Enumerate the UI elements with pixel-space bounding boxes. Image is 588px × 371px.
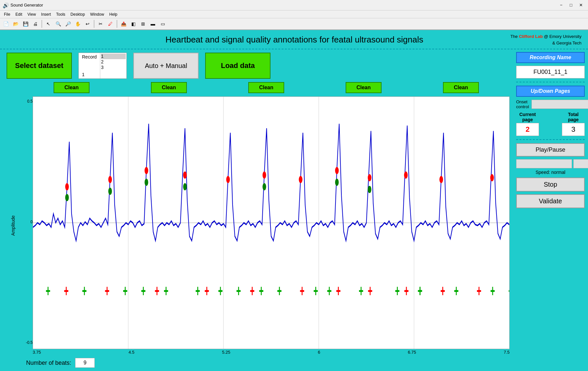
up-down-pages-label: Up/Down Pages [516, 86, 585, 97]
record-selector: Record 1 1 2 3 [78, 53, 127, 79]
x-label-4: 6 [318, 350, 320, 355]
svg-point-13 [368, 174, 371, 181]
record-list[interactable]: 1 2 3 [100, 53, 126, 78]
beats-input[interactable] [75, 358, 95, 368]
current-page-col: Currentpage 2 [516, 112, 539, 136]
title-bar: 🔊 Sound Generator − □ ✕ [0, 0, 588, 10]
svg-text:+: + [218, 282, 223, 300]
svg-text:+: + [418, 282, 423, 300]
svg-text:+: + [123, 282, 128, 300]
svg-text:+: + [64, 282, 69, 300]
svg-point-6 [108, 176, 112, 183]
toolbar: 📄 📂 💾 🖨 ↖ 🔍 🔎 ✋ ↩ ✂ 🖊 📤 ◧ ⊞ ▬ ▭ [0, 18, 588, 30]
load-data-button[interactable]: Load data [205, 53, 270, 79]
svg-point-16 [490, 174, 494, 181]
play-pause-button[interactable]: Play/Pause [516, 143, 585, 157]
toolbar-brush[interactable]: 🖊 [106, 19, 115, 28]
toolbar-cursor[interactable]: ↖ [44, 19, 53, 28]
toolbar-zoom-out[interactable]: 🔎 [63, 19, 73, 28]
menu-help[interactable]: Help [107, 11, 120, 17]
svg-point-11 [299, 176, 302, 183]
svg-point-17 [65, 194, 69, 201]
total-page-label: Totalpage [568, 112, 579, 122]
menu-tools[interactable]: Tools [54, 11, 68, 17]
chart-svg: + + + + + + + + + + + + + [33, 97, 509, 349]
title-bar-controls: − □ ✕ [557, 2, 585, 9]
svg-point-8 [183, 172, 187, 179]
toolbar-pan[interactable]: ✋ [73, 19, 82, 28]
clean-button-3[interactable]: Clean [248, 82, 284, 93]
speed-inputs [516, 159, 585, 168]
menu-file[interactable]: File [1, 11, 13, 17]
auto-manual-button[interactable]: Auto + Manual [133, 53, 199, 79]
x-label-3: 5.25 [222, 350, 230, 355]
toolbar-cut[interactable]: ✂ [96, 19, 105, 28]
close-button[interactable]: ✕ [576, 2, 585, 9]
x-label-2: 4.5 [128, 350, 134, 355]
svg-point-14 [404, 172, 408, 179]
svg-text:+: + [164, 282, 169, 300]
clean-button-4[interactable]: Clean [346, 82, 382, 93]
maximize-button[interactable]: □ [566, 2, 576, 9]
svg-point-7 [145, 167, 148, 174]
validate-button[interactable]: Validate [516, 194, 585, 208]
menu-view[interactable]: View [25, 11, 39, 17]
svg-point-10 [263, 172, 266, 179]
svg-text:+: + [368, 282, 373, 300]
y-max: 0.5 [20, 99, 33, 104]
svg-point-23 [368, 186, 371, 193]
separator-1 [516, 82, 585, 82]
beats-label: Number of beats: [26, 360, 71, 366]
toolbar-sep1 [41, 20, 42, 28]
clean-button-1[interactable]: Clean [54, 82, 90, 93]
menu-insert[interactable]: Insert [39, 11, 54, 17]
toolbar-layout4[interactable]: ▭ [158, 19, 167, 28]
recording-name-value: FU001_11_1 [516, 66, 585, 78]
select-dataset-button[interactable]: Select dataset [7, 53, 72, 79]
speed-input-1[interactable] [516, 159, 572, 168]
stop-button[interactable]: Stop [516, 177, 585, 192]
svg-point-21 [263, 183, 266, 190]
record-label: Record 1 [79, 53, 100, 78]
total-page-value: 3 [562, 123, 585, 136]
menu-window[interactable]: Window [88, 11, 107, 17]
clean-button-2[interactable]: Clean [151, 82, 187, 93]
toolbar-print[interactable]: 🖨 [31, 19, 40, 28]
minimize-button[interactable]: − [557, 2, 566, 9]
separator-2 [516, 139, 585, 140]
menu-desktop[interactable]: Desktop [68, 11, 88, 17]
speed-label: Speed: normal [535, 170, 565, 175]
total-page-col: Totalpage 3 [562, 112, 585, 136]
svg-point-20 [183, 183, 187, 190]
current-page-value: 2 [516, 123, 539, 136]
lab-prefix: The [510, 34, 519, 39]
speed-input-2[interactable] [573, 159, 588, 168]
toolbar-undo[interactable]: ↩ [83, 19, 92, 28]
menu-edit[interactable]: Edit [13, 11, 25, 17]
svg-text:+: + [313, 282, 318, 300]
main-content: Heartbeat and signal quality annotations… [0, 30, 588, 371]
toolbar-layout1[interactable]: ◧ [129, 19, 138, 28]
toolbar-open[interactable]: 📂 [11, 19, 20, 28]
svg-point-15 [439, 176, 443, 183]
svg-text:+: + [195, 282, 200, 300]
svg-point-12 [335, 167, 339, 174]
svg-point-19 [145, 179, 148, 186]
svg-text:+: + [259, 282, 264, 300]
chart-container: + + + + + + + + + + + + + [33, 96, 510, 349]
toolbar-sep2 [94, 20, 94, 28]
toolbar-new[interactable]: 📄 [1, 19, 10, 28]
svg-point-5 [65, 183, 69, 190]
onset-input-1[interactable] [531, 100, 588, 109]
toolbar-zoom-in[interactable]: 🔍 [54, 19, 63, 28]
svg-text:+: + [155, 282, 159, 300]
toolbar-save[interactable]: 💾 [21, 19, 30, 28]
svg-text:+: + [236, 282, 241, 300]
toolbar-export[interactable]: 📤 [119, 19, 128, 28]
toolbar-layout3[interactable]: ▬ [148, 19, 157, 28]
title-bar-text: Sound Generator [10, 3, 557, 8]
svg-text:+: + [204, 282, 209, 300]
toolbar-layout2[interactable]: ⊞ [139, 19, 148, 28]
clean-button-5[interactable]: Clean [443, 82, 479, 93]
clean-buttons-row: Clean Clean Clean Clean Clean [7, 82, 510, 93]
